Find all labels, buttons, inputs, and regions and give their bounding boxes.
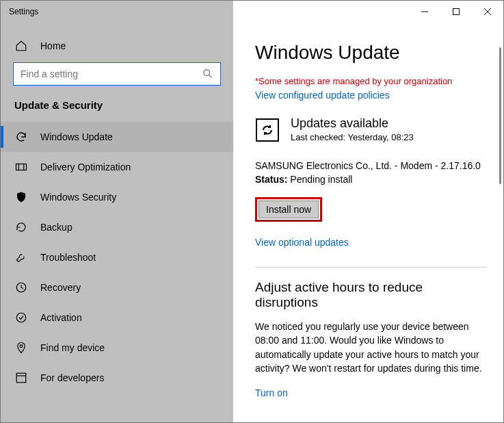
content-pane: Windows Update *Some settings are manage… — [233, 23, 503, 422]
nav-label: Backup — [40, 222, 72, 233]
svg-rect-6 — [16, 164, 27, 170]
close-button[interactable] — [472, 1, 503, 23]
minimize-button[interactable] — [409, 1, 440, 23]
nav-label: Find my device — [40, 342, 105, 353]
category-heading: Update & Security — [1, 97, 233, 116]
code-icon — [14, 371, 28, 385]
home-label: Home — [40, 40, 66, 51]
backup-icon — [14, 220, 28, 234]
nav-activation[interactable]: Activation — [1, 303, 233, 333]
sync-icon — [14, 130, 28, 144]
location-icon — [14, 341, 28, 355]
nav-delivery-optimization[interactable]: Delivery Optimization — [1, 152, 233, 182]
active-hours-body: We noticed you regularly use your device… — [255, 320, 487, 375]
nav-label: Delivery Optimization — [40, 162, 131, 172]
optional-updates-link[interactable]: View optional updates — [255, 237, 487, 248]
svg-rect-14 — [256, 119, 278, 141]
last-checked: Last checked: Yesterday, 08:23 — [291, 132, 414, 142]
page-title: Windows Update — [255, 42, 487, 64]
nav-label: For developers — [40, 372, 104, 383]
activation-icon — [14, 311, 28, 324]
nav-find-my-device[interactable]: Find my device — [1, 333, 233, 363]
active-hours-heading: Adjust active hours to reduce disruption… — [255, 280, 487, 310]
svg-point-10 — [16, 313, 26, 322]
nav-label: Activation — [40, 312, 82, 323]
update-status-icon — [255, 118, 280, 142]
wrench-icon — [14, 251, 28, 264]
search-icon — [202, 68, 213, 79]
titlebar: Settings — [1, 1, 503, 23]
nav-recovery[interactable]: Recovery — [1, 272, 233, 303]
svg-rect-12 — [16, 373, 26, 383]
install-highlight: Install now — [255, 197, 322, 222]
home-icon — [14, 39, 28, 53]
window-controls — [233, 1, 503, 23]
status-value: Pending install — [287, 174, 352, 185]
policies-link[interactable]: View configured update policies — [255, 90, 390, 101]
svg-point-4 — [204, 70, 210, 76]
recovery-icon — [14, 281, 28, 294]
window-title: Settings — [1, 1, 233, 23]
delivery-icon — [14, 160, 28, 174]
nav-for-developers[interactable]: For developers — [1, 363, 233, 393]
svg-rect-1 — [453, 9, 460, 15]
scrollbar[interactable] — [499, 47, 501, 184]
nav-label: Windows Security — [40, 192, 116, 203]
updates-available-title: Updates available — [291, 116, 414, 131]
turn-on-link[interactable]: Turn on — [255, 387, 487, 398]
nav-troubleshoot[interactable]: Troubleshoot — [1, 242, 233, 272]
nav-label: Windows Update — [40, 131, 113, 142]
status-label: Status: — [255, 174, 287, 185]
svg-line-5 — [209, 75, 211, 77]
nav-windows-update[interactable]: Windows Update — [1, 122, 233, 152]
search-input[interactable] — [21, 68, 202, 79]
nav-windows-security[interactable]: Windows Security — [1, 182, 233, 212]
update-item: SAMSUNG Electronics Co., Ltd. - Modem - … — [255, 160, 487, 171]
nav-label: Troubleshoot — [40, 252, 96, 263]
search-input-wrap[interactable] — [13, 62, 221, 86]
install-now-button[interactable]: Install now — [258, 201, 319, 218]
divider — [255, 267, 487, 268]
nav-backup[interactable]: Backup — [1, 212, 233, 242]
managed-notice: *Some settings are managed by your organ… — [255, 76, 487, 86]
nav-label: Recovery — [40, 282, 81, 293]
shield-icon — [14, 190, 28, 204]
maximize-button[interactable] — [440, 1, 472, 23]
nav-list: Windows Update Delivery Optimization Win… — [1, 122, 233, 393]
svg-point-11 — [20, 345, 23, 348]
home-link[interactable]: Home — [1, 35, 233, 62]
sidebar: Home Update & Security Windows Update — [1, 23, 233, 422]
update-status: Status: Pending install — [255, 174, 487, 185]
